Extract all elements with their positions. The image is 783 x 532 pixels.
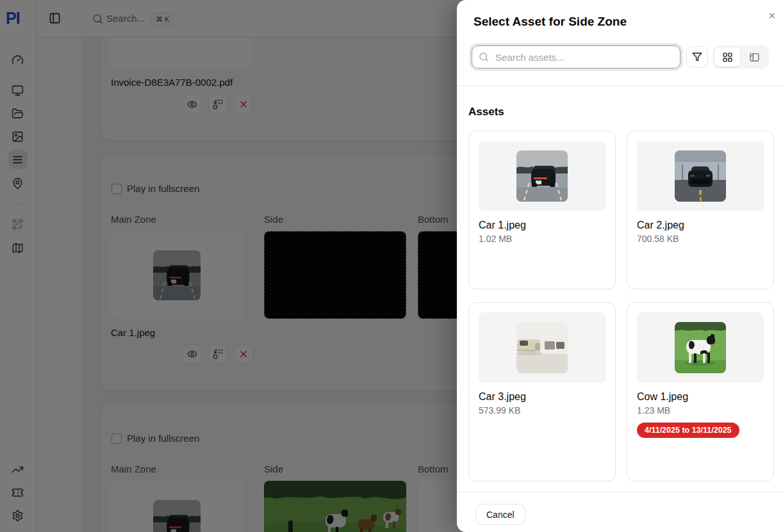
asset-card-car-3[interactable]: Car 3.jpeg 573.99 KB (468, 302, 616, 481)
cancel-button[interactable]: Cancel (475, 504, 525, 525)
asset-thumbnail-container (479, 141, 606, 211)
asset-thumbnail-container (637, 312, 764, 383)
table-icon (749, 52, 760, 63)
header-divider (457, 85, 783, 86)
asset-thumbnail-container (479, 312, 606, 383)
asset-thumbnail (675, 322, 726, 373)
asset-size: 1.23 MB (637, 405, 764, 415)
asset-card-car-1[interactable]: Car 1.jpeg 1.02 MB (468, 131, 616, 289)
grid-icon (722, 52, 733, 63)
asset-card-car-2[interactable]: Car 2.jpeg 700.58 KB (627, 131, 774, 289)
asset-thumbnail-container (637, 141, 764, 211)
asset-thumbnail (516, 150, 568, 202)
close-icon (768, 10, 777, 21)
asset-thumbnail (675, 150, 726, 202)
grid-view-button[interactable] (714, 47, 740, 67)
asset-size: 700.58 KB (637, 234, 764, 244)
table-view-button[interactable] (741, 47, 767, 67)
close-modal-button[interactable] (764, 7, 780, 24)
funnel-icon (692, 52, 702, 62)
asset-name: Car 3.jpeg (479, 391, 606, 403)
asset-size: 1.02 MB (479, 234, 606, 244)
view-toggle-group (713, 45, 769, 69)
footer-divider (457, 492, 783, 492)
car-front-image (675, 150, 726, 202)
filter-button[interactable] (686, 46, 708, 68)
car-showroom-image (516, 322, 568, 373)
asset-thumbnail (516, 322, 568, 373)
select-asset-modal: Select Asset for Side Zone Assets Car 1.… (457, 0, 783, 532)
cow-image (675, 322, 726, 373)
asset-schedule-badge: 4/11/2025 to 13/11/2025 (637, 423, 739, 438)
asset-search-field (472, 45, 680, 69)
asset-size: 573.99 KB (479, 405, 606, 415)
asset-name: Cow 1.jpeg (637, 391, 764, 403)
asset-name: Car 1.jpeg (479, 220, 606, 231)
asset-search-input[interactable] (472, 45, 680, 69)
car-rear-image (516, 150, 568, 202)
assets-section-title: Assets (468, 106, 504, 118)
modal-title: Select Asset for Side Zone (474, 15, 627, 29)
asset-card-cow-1[interactable]: Cow 1.jpeg 1.23 MB 4/11/2025 to 13/11/20… (627, 302, 774, 481)
asset-name: Car 2.jpeg (637, 220, 764, 231)
asset-grid: Car 1.jpeg 1.02 MB Car 2.jpeg 700.58 KB … (468, 131, 774, 481)
